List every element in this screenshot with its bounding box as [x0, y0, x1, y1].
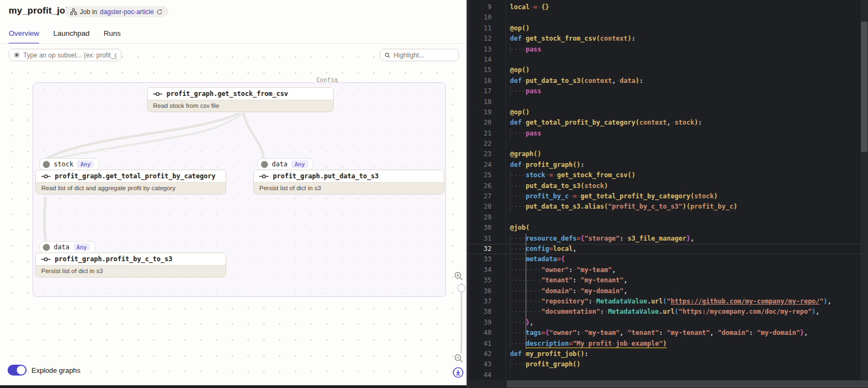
node-title: profit_graph.get_stock_from_csv: [167, 90, 288, 98]
input-name: data: [54, 243, 69, 251]
gutter-divider: [506, 0, 506, 379]
search-icon: [385, 52, 390, 59]
line-number: 24: [469, 160, 502, 170]
line-number: 13: [469, 44, 502, 55]
code-line: 10: [469, 12, 860, 23]
input-type-badge: Any: [291, 160, 308, 168]
code-line: 32····config=local,: [469, 244, 860, 254]
zoom-out-icon[interactable]: [454, 354, 463, 363]
code-line: 22: [469, 139, 860, 149]
line-number: 12: [469, 34, 502, 44]
code-line: 26····put_data_to_s3(stock): [469, 181, 860, 191]
input-name: data: [272, 160, 288, 168]
input-dot: [43, 244, 50, 251]
node-description: Read stock from csv file: [148, 100, 333, 112]
code-editor[interactable]: 9local·=·{}1011@op()12def·get_stock_from…: [467, 0, 868, 388]
code-line: 41····description="My·profit·job·example…: [469, 339, 860, 349]
zoom-slider-track[interactable]: [461, 283, 462, 353]
node-description: Read list of dict and aggregate profit b…: [36, 182, 226, 194]
line-number: 18: [469, 97, 502, 107]
code-line: 15@op(): [469, 65, 860, 75]
zoom-in-icon[interactable]: [454, 271, 463, 281]
line-number: 9: [469, 2, 502, 12]
code-line: 29: [469, 212, 860, 223]
code-line: 28····put_data_to_s3.alias("profit_by_c_…: [469, 202, 860, 212]
code-line: 25····stock·=·get_stock_from_csv(): [469, 170, 860, 180]
node-title: profit_graph.put_data_to_s3: [273, 172, 379, 180]
op-icon: [259, 174, 269, 179]
code-line: 21····pass: [469, 128, 860, 139]
input-pill-data[interactable]: data Any: [257, 158, 314, 170]
code-line: 44: [469, 370, 860, 380]
code-line: 19@op(): [469, 107, 860, 118]
line-number: 34: [469, 265, 502, 275]
line-number: 36: [469, 286, 502, 296]
line-number: 25: [469, 170, 502, 180]
toggle-knob: [17, 366, 25, 374]
app-window: my_profit_job Job in dagster-poc-article…: [0, 0, 868, 388]
code-line: 31····resource_defs={"storage":·s3_file_…: [469, 234, 860, 244]
vertical-scrollbar[interactable]: [860, 0, 868, 380]
tabs-divider: [0, 43, 467, 44]
line-number: 19: [469, 107, 502, 118]
input-type-badge: Any: [77, 160, 94, 168]
vertical-scrollbar-thumb[interactable]: [861, 22, 867, 152]
code-line: 18: [469, 97, 860, 107]
line-number: 39: [469, 318, 502, 328]
line-number: 15: [469, 65, 502, 75]
download-center-icon[interactable]: [452, 367, 464, 378]
line-number: 40: [469, 328, 502, 338]
op-node-profit-by-c-to-s3[interactable]: profit_graph.profit_by_c_to_s3 Persist l…: [35, 253, 226, 277]
tab-runs[interactable]: Runs: [104, 29, 121, 44]
input-pill-stock[interactable]: stock Any: [39, 158, 99, 170]
code-line: 16def·put_data_to_s3(context,·data):: [469, 76, 860, 86]
op-subset-input[interactable]: [23, 51, 117, 59]
op-node-get-stock-from-csv[interactable]: profit_graph.get_stock_from_csv Read sto…: [147, 87, 334, 112]
line-number: 14: [469, 55, 502, 65]
input-dot: [261, 161, 268, 168]
op-node-get-total-profit-by-category[interactable]: profit_graph.get_total_profit_by_categor…: [35, 170, 226, 195]
line-number: 42: [469, 349, 502, 359]
node-description: Persist list of dict in s3: [36, 265, 226, 277]
repo-link[interactable]: dagster-poc-article: [100, 8, 154, 16]
line-number: 27: [469, 191, 502, 202]
op-node-put-data-to-s3[interactable]: profit_graph.put_data_to_s3 Persist list…: [253, 170, 444, 195]
node-description: Persist list of dict in s3: [254, 182, 444, 194]
line-number: 44: [469, 370, 502, 380]
line-number: 17: [469, 86, 502, 96]
input-name: stock: [54, 160, 73, 168]
line-number: 30: [469, 223, 502, 233]
code-line: 35········"tenant":·"my-tenant",: [469, 275, 860, 286]
highlight-input[interactable]: [393, 51, 454, 59]
line-number: 32: [469, 244, 502, 254]
code-line: 12def·get_stock_from_csv(context):: [469, 34, 860, 44]
op-subset-filter[interactable]: [9, 49, 122, 61]
highlight-filter[interactable]: [380, 49, 459, 61]
line-number: 28: [469, 202, 502, 212]
line-number: 10: [469, 12, 502, 23]
line-number: 16: [469, 76, 502, 86]
horizontal-scrollbar-thumb[interactable]: [507, 380, 868, 387]
graph-icon: [70, 8, 77, 15]
tab-overview[interactable]: Overview: [9, 29, 39, 44]
input-pill-data-2[interactable]: data Any: [39, 241, 95, 253]
graph-container[interactable]: profit_graph.get_stock_from_csv Read sto…: [33, 82, 446, 297]
horizontal-scrollbar[interactable]: [469, 380, 868, 388]
code-line: 36········"domain":·"my-domain",: [469, 286, 860, 296]
zoom-slider-handle[interactable]: [457, 284, 465, 292]
op-icon: [41, 257, 50, 262]
explode-graphs-toggle[interactable]: [8, 365, 27, 376]
tab-launchpad[interactable]: Launchpad: [53, 29, 90, 44]
code-line: 33····metadata={: [469, 254, 860, 264]
node-title: profit_graph.profit_by_c_to_s3: [55, 255, 173, 263]
reload-icon[interactable]: [156, 9, 163, 15]
job-overview-panel: my_profit_job Job in dagster-poc-article…: [0, 0, 467, 388]
code-line: 38········"documentation":·MetadataValue…: [469, 307, 860, 317]
input-dot: [43, 161, 50, 168]
line-number: 38: [469, 307, 502, 317]
line-number: 20: [469, 118, 502, 128]
code-line: 43····profit_graph(): [469, 359, 860, 370]
explode-graphs-label: Explode graphs: [31, 366, 80, 374]
line-number: 22: [469, 139, 502, 149]
line-number: 37: [469, 296, 502, 307]
